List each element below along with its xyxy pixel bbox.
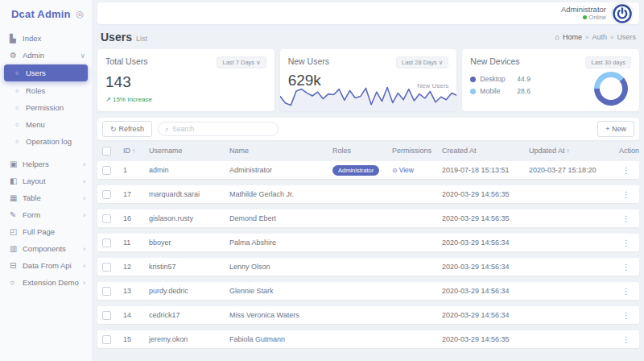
chevron-icon: ›	[83, 262, 85, 270]
table-row[interactable]: 1 admin Administrator Administrator ⊙Vie…	[97, 161, 639, 179]
select-all-checkbox[interactable]	[102, 147, 111, 156]
breadcrumb: ⌂ Home » Auth » Users	[555, 33, 636, 41]
cell-username: marquardt.sarai	[149, 190, 229, 198]
cell-id: 12	[123, 263, 149, 271]
row-checkbox[interactable]	[102, 166, 111, 175]
row-checkbox[interactable]	[102, 287, 111, 296]
row-actions-icon[interactable]: ⋮	[622, 166, 631, 175]
row-checkbox[interactable]	[102, 335, 111, 344]
sidebar-item-helpers[interactable]: ▣ Helpers ›	[0, 156, 92, 172]
table-row[interactable]: 17 marquardt.sarai Mathilde Gerlach Jr. …	[97, 185, 639, 203]
header-username: Username	[149, 147, 229, 155]
row-checkbox[interactable]	[102, 311, 111, 320]
sidebar-item-roles[interactable]: ○ Roles	[0, 82, 92, 99]
row-actions-icon[interactable]: ⋮	[622, 190, 631, 199]
sidebar-item-operation-log[interactable]: ○ Operation log	[0, 133, 92, 150]
breadcrumb-separator: »	[585, 34, 588, 41]
search-input[interactable]	[172, 125, 271, 133]
cell-id: 14	[123, 311, 149, 319]
trend-up-icon: ↗	[105, 96, 111, 103]
sidebar-item-components[interactable]: ▥ Components ›	[0, 240, 92, 257]
table-body: 1 admin Administrator Administrator ⊙Vie…	[97, 161, 639, 355]
sort-asc-icon[interactable]: ↑	[567, 147, 570, 155]
home-icon: ⌂	[555, 33, 559, 41]
sidebar-item-layout[interactable]: ◧ Layout ›	[0, 172, 92, 189]
breadcrumb-separator: »	[610, 34, 613, 41]
sidebar-item-data-from-api[interactable]: ⊟ Data From Api ›	[0, 257, 92, 274]
chevron-icon: ›	[83, 177, 85, 185]
chevron-icon: ›	[83, 245, 85, 253]
sidebar-item-table[interactable]: ▦ Table ›	[0, 189, 92, 206]
new-button[interactable]: + New	[597, 121, 634, 137]
cell-name: Miss Veronica Waters	[229, 311, 332, 319]
trend-text: ↗ 15% Increase	[105, 96, 266, 103]
row-actions-icon[interactable]: ⋮	[622, 214, 631, 223]
sidebar-item-users[interactable]: ○ Users	[4, 64, 88, 81]
cell-id: 16	[123, 214, 149, 222]
breadcrumb-auth[interactable]: Auth	[592, 33, 608, 41]
sort-asc-icon[interactable]: ↑	[132, 147, 135, 155]
cell-created-at: 2020-03-29 14:56:34	[442, 287, 529, 295]
row-actions-icon[interactable]: ⋮	[622, 239, 631, 247]
cell-name: Palma Abshire	[229, 239, 332, 247]
row-actions-icon[interactable]: ⋮	[622, 263, 631, 272]
range-dropdown[interactable]: Last 30 days	[585, 56, 631, 68]
cell-username: purdy.dedric	[149, 287, 229, 295]
mobile-dot-icon	[470, 89, 476, 94]
desktop-dot-icon	[470, 77, 476, 82]
sidebar-toggle-icon[interactable]: ◎	[76, 9, 84, 19]
sidebar-item-extension-demo[interactable]: ○ Extension Demo ›	[0, 274, 92, 291]
search-icon: ⌕	[165, 125, 169, 134]
row-actions-icon[interactable]: ⋮	[622, 287, 631, 296]
cell-created-at: 2019-07-18 15:13:51	[442, 166, 529, 174]
table-row[interactable]: 12 kristin57 Lenny Olson 2020-03-29 14:5…	[97, 258, 639, 276]
user-status: Online	[561, 15, 606, 22]
sparkline-chart	[280, 79, 457, 111]
sidebar-item-permission[interactable]: ○ Permission	[0, 99, 92, 116]
breadcrumb-home[interactable]: Home	[563, 33, 582, 41]
chevron-down-icon: ∨	[256, 59, 261, 66]
cell-id: 13	[123, 287, 149, 295]
power-logo-icon	[613, 4, 632, 23]
user-info[interactable]: Administrator Online	[561, 6, 606, 22]
table-row[interactable]: 15 jeremy.okon Fabiola Gutmann 2020-03-2…	[97, 330, 639, 348]
cell-username: jeremy.okon	[149, 335, 229, 343]
sidebar-item-index[interactable]: ▙ Index	[0, 30, 92, 47]
cell-username: kristin57	[149, 263, 229, 271]
table-row[interactable]: 11 bboyer Palma Abshire 2020-03-29 14:56…	[97, 234, 639, 251]
sidebar-item-admin[interactable]: ⚙ Admin ∨	[0, 47, 92, 64]
view-permission-link[interactable]: ⊙View	[392, 166, 414, 174]
row-actions-icon[interactable]: ⋮	[622, 335, 631, 344]
chevron-down-icon: ∨	[439, 59, 444, 66]
main-area: Administrator Online UsersList ⌂ Home » …	[93, 0, 644, 361]
row-checkbox[interactable]	[102, 239, 111, 247]
sidebar-item-form[interactable]: ✎ Form ›	[0, 206, 92, 223]
header-updated-at: Updated At↑	[529, 147, 619, 155]
sidebar-item-menu[interactable]: ○ Menu	[0, 116, 92, 133]
user-avatar[interactable]	[612, 3, 633, 24]
table-row[interactable]: 16 gislason.rusty Demond Ebert 2020-03-2…	[97, 210, 639, 227]
page-subtitle: List	[136, 35, 147, 43]
new-devices-card: New Devices Last 30 days Desktop 44.9 Mo…	[462, 49, 639, 111]
table-toolbar: ↻Refresh ⌕ + New	[97, 118, 639, 140]
row-actions-icon[interactable]: ⋮	[622, 311, 631, 320]
header-created-at: Created At	[442, 147, 529, 155]
row-checkbox[interactable]	[102, 214, 111, 223]
table-row[interactable]: 14 cedrick17 Miss Veronica Waters 2020-0…	[97, 306, 639, 324]
chevron-icon: ›	[83, 279, 85, 287]
cell-name: Lenny Olson	[229, 263, 332, 271]
brand: Dcat Admin ◎	[0, 5, 92, 28]
table-row[interactable]: 13 purdy.dedric Glennie Stark 2020-03-29…	[97, 282, 639, 300]
breadcrumb-users[interactable]: Users	[617, 33, 636, 41]
sidebar-item-full-page[interactable]: ◰ Full Page	[0, 223, 92, 240]
range-dropdown[interactable]: Last 7 Days ∨	[217, 56, 266, 68]
row-checkbox[interactable]	[102, 190, 111, 199]
refresh-button[interactable]: ↻Refresh	[102, 121, 152, 137]
range-dropdown[interactable]: Last 28 Days ∨	[396, 56, 448, 68]
row-checkbox[interactable]	[102, 263, 111, 272]
refresh-icon: ↻	[110, 125, 117, 133]
cell-created-at: 2020-03-29 14:56:34	[442, 263, 529, 271]
cell-name: Fabiola Gutmann	[229, 335, 332, 343]
cell-created-at: 2020-03-29 14:56:35	[442, 190, 529, 198]
header-id: ID↑	[123, 147, 149, 155]
